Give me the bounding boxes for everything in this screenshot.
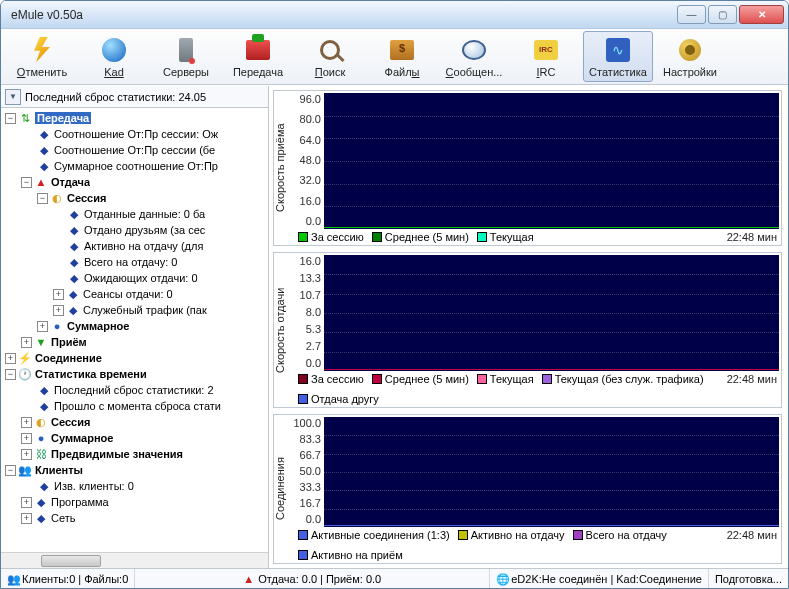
plug-icon: ⚡ [18, 351, 32, 365]
collapse-icon[interactable]: − [5, 369, 16, 380]
status-activity: Подготовка... [708, 569, 788, 588]
tree-item[interactable]: ◆Соотношение От:Пр сессии (бе [1, 142, 268, 158]
tree-item[interactable]: +◆Сеансы отдачи: 0 [1, 286, 268, 302]
status-network: 🌐 eD2K:Не соединён|Kad:Соединение [489, 569, 708, 588]
collapse-icon[interactable]: − [5, 465, 16, 476]
clock-icon: 🕐 [18, 367, 32, 381]
tree-item-clients[interactable]: −👥Клиенты [1, 462, 268, 478]
tree-item[interactable]: ◆Суммарное соотношение От:Пр [1, 158, 268, 174]
magnifier-icon [316, 36, 344, 64]
tree-item[interactable]: ◆Последний сброс статистики: 2 [1, 382, 268, 398]
tree-item[interactable]: ◆Соотношение От:Пр сессии: Ож [1, 126, 268, 142]
chart-yaxis: 96.080.064.048.032.016.00.0 [294, 91, 324, 229]
irc-icon: IRC [532, 36, 560, 64]
collapse-icon[interactable]: − [21, 177, 32, 188]
bullet-icon: ◆ [37, 143, 51, 157]
collapse-all-button[interactable]: ▼ [5, 89, 21, 105]
people-icon: 👥 [18, 463, 32, 477]
upload-speed-chart: Скорость отдачи 16.013.310.78.05.32.70.0… [273, 252, 782, 408]
tree-item[interactable]: ◆Отданные данные: 0 ба [1, 206, 268, 222]
expand-icon[interactable]: + [21, 433, 32, 444]
kad-button[interactable]: Kad [79, 31, 149, 82]
irc-button[interactable]: IRC IRC [511, 31, 581, 82]
tree-item-session2[interactable]: +◐Сессия [1, 414, 268, 430]
collapse-icon[interactable]: − [5, 113, 16, 124]
people-icon: 👥 [7, 573, 19, 585]
search-button[interactable]: Поиск [295, 31, 365, 82]
expand-icon[interactable]: + [5, 353, 16, 364]
chart-plot-area [324, 255, 779, 371]
cancel-button[interactable]: Отменить [7, 31, 77, 82]
tree-item-download[interactable]: +▼Приём [1, 334, 268, 350]
collapse-icon[interactable]: − [37, 193, 48, 204]
expand-icon[interactable]: + [21, 337, 32, 348]
expand-icon[interactable]: + [21, 417, 32, 428]
close-button[interactable]: ✕ [739, 5, 784, 24]
pie-icon: ◐ [50, 191, 64, 205]
chart-plot-area [324, 93, 779, 229]
tree-item-transfer[interactable]: − ⇅ Передача [1, 110, 268, 126]
legend-swatch [298, 394, 308, 404]
tree-item[interactable]: ◆Активно на отдачу (для [1, 238, 268, 254]
tree-item[interactable]: ◆Изв. клиенты: 0 [1, 478, 268, 494]
label-text: Сообщен... [446, 66, 503, 78]
tree-item[interactable]: ◆Прошло с момента сброса стати [1, 398, 268, 414]
expand-icon[interactable]: + [53, 305, 64, 316]
maximize-button[interactable]: ▢ [708, 5, 737, 24]
tree-item[interactable]: ◆Всего на отдачу: 0 [1, 254, 268, 270]
settings-button[interactable]: Настройки [655, 31, 725, 82]
horizontal-scrollbar[interactable] [1, 552, 268, 568]
chart-ylabel: Соединения [274, 415, 294, 563]
bullet-icon: ◆ [34, 495, 48, 509]
bullet-icon: ◆ [66, 287, 80, 301]
expand-icon[interactable]: + [21, 497, 32, 508]
stats-tree[interactable]: − ⇅ Передача ◆Соотношение От:Пр сессии: … [1, 108, 268, 568]
scrollbar-thumb[interactable] [41, 555, 101, 567]
files-button[interactable]: Файлы [367, 31, 437, 82]
bullet-icon: ◆ [66, 303, 80, 317]
legend-swatch [298, 550, 308, 560]
stats-reset-bar: ▼ Последний сброс статистики: 24.05 [1, 86, 268, 108]
legend-swatch [542, 374, 552, 384]
transfer-button[interactable]: Передача [223, 31, 293, 82]
label-text: тменить [25, 66, 67, 78]
reset-label: Последний сброс статистики: 24.05 [25, 91, 206, 103]
charts-panel: Скорость приёма 96.080.064.048.032.016.0… [269, 86, 788, 568]
statistics-button[interactable]: ∿ Статистика [583, 31, 653, 82]
label-text: Поиск [315, 66, 345, 78]
tree-item-connection[interactable]: +⚡Соединение [1, 350, 268, 366]
bullet-icon: ◆ [37, 399, 51, 413]
legend-swatch [372, 232, 382, 242]
expand-icon[interactable]: + [21, 513, 32, 524]
expand-icon[interactable]: + [21, 449, 32, 460]
content-area: ▼ Последний сброс статистики: 24.05 − ⇅ … [1, 85, 788, 568]
bullet-icon: ◆ [34, 511, 48, 525]
expand-icon[interactable]: + [37, 321, 48, 332]
tree-item-timestats[interactable]: −🕐Статистика времени [1, 366, 268, 382]
bullet-icon: ◆ [67, 207, 81, 221]
chart-time-range: 22:48 мин [727, 231, 777, 243]
expand-icon[interactable]: + [53, 289, 64, 300]
chart-time-range: 22:48 мин [727, 373, 777, 385]
status-bar: 👥 Клиенты:0|Файлы:0 ▲ Отдача: 0.0 | Приё… [1, 568, 788, 588]
tree-item-program[interactable]: +◆Программа [1, 494, 268, 510]
tree-item[interactable]: +◆Служебный трафик (пак [1, 302, 268, 318]
box-arrow-icon [244, 36, 272, 64]
tree-item[interactable]: ◆Ожидающих отдачи: 0 [1, 270, 268, 286]
tree-item-upload[interactable]: −▲Отдача [1, 174, 268, 190]
chart-legend: За сессию Среднее (5 мин) Текущая Текуща… [294, 371, 781, 407]
tree-item-summary[interactable]: +●Суммарное [1, 318, 268, 334]
chart-ylabel: Скорость отдачи [274, 253, 294, 407]
tree-item[interactable]: ◆Отдано друзьям (за сес [1, 222, 268, 238]
tree-item-session[interactable]: −◐Сессия [1, 190, 268, 206]
tree-item-summary2[interactable]: +●Суммарное [1, 430, 268, 446]
chain-icon: ⛓ [34, 447, 48, 461]
messages-button[interactable]: Сообщен... [439, 31, 509, 82]
titlebar: eMule v0.50a — ▢ ✕ [1, 1, 788, 29]
bullet-icon: ◆ [37, 383, 51, 397]
minimize-button[interactable]: — [677, 5, 706, 24]
tree-item-predicted[interactable]: +⛓Предвидимые значения [1, 446, 268, 462]
chart-yaxis: 100.083.366.750.033.316.70.0 [294, 415, 324, 527]
tree-item-network[interactable]: +◆Сеть [1, 510, 268, 526]
servers-button[interactable]: Серверы [151, 31, 221, 82]
